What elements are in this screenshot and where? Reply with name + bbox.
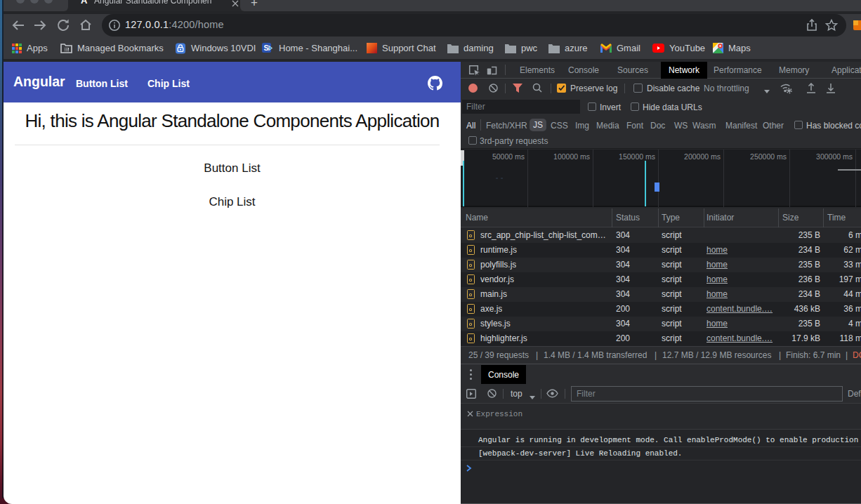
svg-text:S: S (264, 44, 269, 52)
